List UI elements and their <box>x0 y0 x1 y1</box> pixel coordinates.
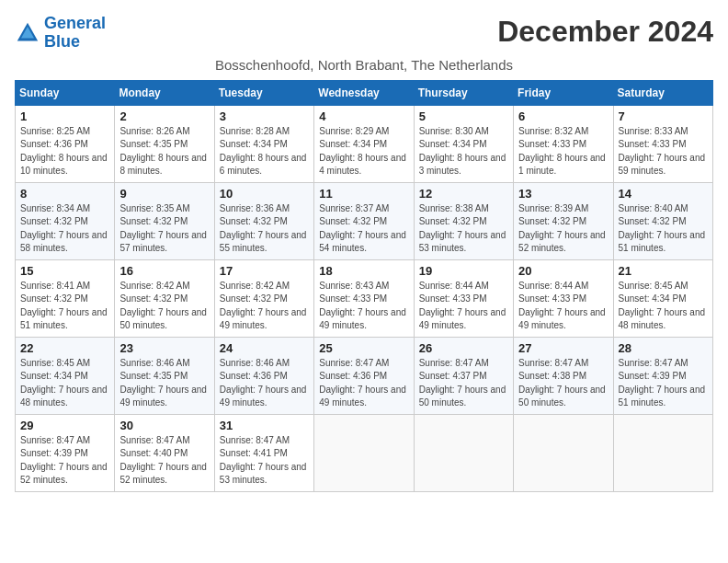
day-number: 12 <box>419 187 508 201</box>
weekday-header-sunday: Sunday <box>16 80 115 105</box>
day-number: 13 <box>518 187 608 201</box>
calendar-cell: 30 Sunrise: 8:47 AMSunset: 4:40 PMDaylig… <box>115 414 214 491</box>
day-number: 25 <box>319 341 408 355</box>
day-info: Sunrise: 8:47 AMSunset: 4:38 PMDaylight:… <box>518 358 606 408</box>
calendar-week-5: 29 Sunrise: 8:47 AMSunset: 4:39 PMDaylig… <box>16 414 713 491</box>
day-info: Sunrise: 8:35 AMSunset: 4:32 PMDaylight:… <box>119 203 207 254</box>
calendar-cell: 24 Sunrise: 8:46 AMSunset: 4:36 PMDaylig… <box>214 337 313 414</box>
calendar-cell: 11 Sunrise: 8:37 AMSunset: 4:32 PMDaylig… <box>314 182 414 259</box>
day-info: Sunrise: 8:26 AMSunset: 4:35 PMDaylight:… <box>119 126 207 177</box>
day-number: 31 <box>220 419 309 432</box>
calendar-cell: 5 Sunrise: 8:30 AMSunset: 4:34 PMDayligh… <box>414 105 513 182</box>
day-number: 29 <box>20 419 109 432</box>
calendar-cell: 12 Sunrise: 8:38 AMSunset: 4:32 PMDaylig… <box>414 182 513 259</box>
day-info: Sunrise: 8:36 AMSunset: 4:32 PMDaylight:… <box>220 203 307 254</box>
day-info: Sunrise: 8:42 AMSunset: 4:32 PMDaylight:… <box>119 281 207 331</box>
logo: General Blue <box>15 15 106 52</box>
day-info: Sunrise: 8:39 AMSunset: 4:32 PMDaylight:… <box>518 203 606 254</box>
logo-text: General Blue <box>44 15 106 52</box>
day-number: 6 <box>518 109 608 123</box>
weekday-header-saturday: Saturday <box>613 80 712 105</box>
calendar-cell: 15 Sunrise: 8:41 AMSunset: 4:32 PMDaylig… <box>16 259 115 337</box>
day-number: 20 <box>518 264 608 278</box>
calendar-cell: 29 Sunrise: 8:47 AMSunset: 4:39 PMDaylig… <box>16 414 115 491</box>
calendar-cell <box>314 414 414 491</box>
logo-icon <box>15 20 40 46</box>
calendar-cell: 19 Sunrise: 8:44 AMSunset: 4:33 PMDaylig… <box>414 259 513 337</box>
day-number: 26 <box>419 341 508 355</box>
day-info: Sunrise: 8:44 AMSunset: 4:33 PMDaylight:… <box>518 281 606 331</box>
calendar-cell: 9 Sunrise: 8:35 AMSunset: 4:32 PMDayligh… <box>115 182 214 259</box>
calendar-cell <box>613 414 712 491</box>
calendar-cell: 25 Sunrise: 8:47 AMSunset: 4:36 PMDaylig… <box>314 337 414 414</box>
calendar-cell <box>414 414 513 491</box>
day-number: 19 <box>419 264 508 278</box>
day-number: 4 <box>319 109 408 123</box>
calendar-week-3: 15 Sunrise: 8:41 AMSunset: 4:32 PMDaylig… <box>16 259 713 337</box>
day-number: 27 <box>518 341 608 355</box>
calendar-cell: 8 Sunrise: 8:34 AMSunset: 4:32 PMDayligh… <box>16 182 115 259</box>
calendar-header-row: SundayMondayTuesdayWednesdayThursdayFrid… <box>16 80 713 105</box>
calendar-cell: 10 Sunrise: 8:36 AMSunset: 4:32 PMDaylig… <box>214 182 313 259</box>
day-number: 2 <box>119 109 209 123</box>
day-info: Sunrise: 8:45 AMSunset: 4:34 PMDaylight:… <box>20 358 108 408</box>
day-info: Sunrise: 8:47 AMSunset: 4:36 PMDaylight:… <box>319 358 406 408</box>
day-info: Sunrise: 8:43 AMSunset: 4:33 PMDaylight:… <box>319 281 406 331</box>
day-number: 23 <box>119 341 209 355</box>
calendar-cell: 17 Sunrise: 8:42 AMSunset: 4:32 PMDaylig… <box>214 259 313 337</box>
day-info: Sunrise: 8:38 AMSunset: 4:32 PMDaylight:… <box>419 203 506 254</box>
day-number: 3 <box>220 109 309 123</box>
calendar-cell: 28 Sunrise: 8:47 AMSunset: 4:39 PMDaylig… <box>613 337 712 414</box>
day-info: Sunrise: 8:29 AMSunset: 4:34 PMDaylight:… <box>319 126 406 177</box>
day-info: Sunrise: 8:47 AMSunset: 4:39 PMDaylight:… <box>619 358 706 408</box>
day-number: 22 <box>20 341 109 355</box>
day-info: Sunrise: 8:41 AMSunset: 4:32 PMDaylight:… <box>20 281 108 331</box>
day-number: 9 <box>119 187 209 201</box>
day-info: Sunrise: 8:46 AMSunset: 4:36 PMDaylight:… <box>220 358 307 408</box>
day-info: Sunrise: 8:30 AMSunset: 4:34 PMDaylight:… <box>419 126 506 177</box>
day-number: 16 <box>119 264 209 278</box>
day-number: 10 <box>220 187 309 201</box>
day-info: Sunrise: 8:32 AMSunset: 4:33 PMDaylight:… <box>518 126 606 177</box>
calendar-cell: 13 Sunrise: 8:39 AMSunset: 4:32 PMDaylig… <box>514 182 613 259</box>
weekday-header-wednesday: Wednesday <box>314 80 414 105</box>
weekday-header-thursday: Thursday <box>414 80 513 105</box>
calendar-cell: 2 Sunrise: 8:26 AMSunset: 4:35 PMDayligh… <box>115 105 214 182</box>
calendar-cell: 1 Sunrise: 8:25 AMSunset: 4:36 PMDayligh… <box>16 105 115 182</box>
calendar-cell: 6 Sunrise: 8:32 AMSunset: 4:33 PMDayligh… <box>514 105 613 182</box>
day-number: 1 <box>20 109 109 123</box>
calendar-cell: 31 Sunrise: 8:47 AMSunset: 4:41 PMDaylig… <box>214 414 313 491</box>
weekday-header-monday: Monday <box>115 80 214 105</box>
calendar-week-1: 1 Sunrise: 8:25 AMSunset: 4:36 PMDayligh… <box>16 105 713 182</box>
calendar-cell: 26 Sunrise: 8:47 AMSunset: 4:37 PMDaylig… <box>414 337 513 414</box>
day-info: Sunrise: 8:37 AMSunset: 4:32 PMDaylight:… <box>319 203 406 254</box>
day-info: Sunrise: 8:46 AMSunset: 4:35 PMDaylight:… <box>119 358 207 408</box>
calendar-cell <box>514 414 613 491</box>
day-number: 14 <box>619 187 708 201</box>
day-number: 8 <box>20 187 109 201</box>
day-info: Sunrise: 8:47 AMSunset: 4:40 PMDaylight:… <box>119 435 207 486</box>
calendar-week-2: 8 Sunrise: 8:34 AMSunset: 4:32 PMDayligh… <box>16 182 713 259</box>
day-number: 28 <box>619 341 708 355</box>
day-number: 11 <box>319 187 408 201</box>
calendar-cell: 4 Sunrise: 8:29 AMSunset: 4:34 PMDayligh… <box>314 105 414 182</box>
day-info: Sunrise: 8:40 AMSunset: 4:32 PMDaylight:… <box>619 203 706 254</box>
day-info: Sunrise: 8:47 AMSunset: 4:39 PMDaylight:… <box>20 435 108 486</box>
calendar-cell: 22 Sunrise: 8:45 AMSunset: 4:34 PMDaylig… <box>16 337 115 414</box>
weekday-header-tuesday: Tuesday <box>214 80 313 105</box>
day-number: 17 <box>220 264 309 278</box>
day-number: 18 <box>319 264 408 278</box>
day-number: 7 <box>619 109 708 123</box>
calendar-cell: 23 Sunrise: 8:46 AMSunset: 4:35 PMDaylig… <box>115 337 214 414</box>
calendar-cell: 14 Sunrise: 8:40 AMSunset: 4:32 PMDaylig… <box>613 182 712 259</box>
day-info: Sunrise: 8:47 AMSunset: 4:41 PMDaylight:… <box>220 435 307 486</box>
calendar-cell: 7 Sunrise: 8:33 AMSunset: 4:33 PMDayligh… <box>613 105 712 182</box>
calendar-cell: 16 Sunrise: 8:42 AMSunset: 4:32 PMDaylig… <box>115 259 214 337</box>
calendar-cell: 3 Sunrise: 8:28 AMSunset: 4:34 PMDayligh… <box>214 105 313 182</box>
day-info: Sunrise: 8:25 AMSunset: 4:36 PMDaylight:… <box>20 126 108 177</box>
day-info: Sunrise: 8:34 AMSunset: 4:32 PMDaylight:… <box>20 203 108 254</box>
day-number: 24 <box>220 341 309 355</box>
day-number: 30 <box>119 419 209 432</box>
day-info: Sunrise: 8:42 AMSunset: 4:32 PMDaylight:… <box>220 281 307 331</box>
calendar-cell: 18 Sunrise: 8:43 AMSunset: 4:33 PMDaylig… <box>314 259 414 337</box>
